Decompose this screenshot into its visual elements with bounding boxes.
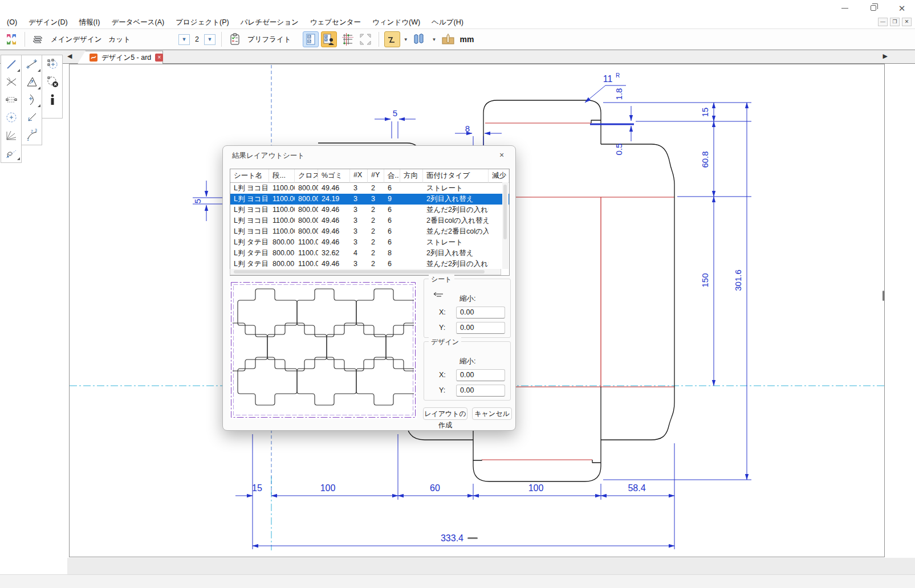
- table-cell[interactable]: 1100.00: [295, 237, 318, 248]
- table-header-cell[interactable]: 方向: [400, 169, 423, 183]
- table-cell[interactable]: 2: [368, 259, 384, 270]
- table-cell[interactable]: [400, 215, 423, 226]
- panels-dropdown-arrow[interactable]: ▼: [432, 37, 437, 42]
- table-cell[interactable]: 800.00: [295, 215, 318, 226]
- table-cell[interactable]: L判 タテ目: [230, 259, 269, 270]
- horizontal-scrollbar-thumb[interactable]: [467, 537, 478, 539]
- table-cell[interactable]: L判 ヨコ目: [230, 194, 269, 205]
- table-cell[interactable]: 49.46: [318, 183, 350, 194]
- table-header-cell[interactable]: 減少: [489, 169, 509, 183]
- table-cell[interactable]: 49.46: [318, 215, 350, 226]
- dialog-close-button[interactable]: ×: [496, 149, 507, 161]
- table-cell[interactable]: 1100.00: [269, 194, 295, 205]
- tool-arc-button[interactable]: [22, 91, 42, 108]
- scale-dropdown[interactable]: ▼: [204, 34, 215, 45]
- menu-item[interactable]: ウェブセンター: [304, 16, 367, 29]
- vertical-scrollbar-thumb[interactable]: [883, 291, 884, 301]
- tool-circle-construction-button[interactable]: [1, 108, 21, 126]
- table-cell[interactable]: 800.00: [269, 259, 295, 270]
- tab-scroll-right-icon[interactable]: ▶: [883, 52, 888, 60]
- line-type-button[interactable]: [384, 31, 400, 47]
- table-header-cell[interactable]: %ゴミ: [318, 169, 350, 183]
- table-cell[interactable]: 3: [350, 215, 368, 226]
- table-header-cell[interactable]: 合..: [384, 169, 400, 183]
- table-cell[interactable]: 6: [384, 259, 400, 270]
- tool-move-point-button[interactable]: [22, 108, 42, 126]
- preflight-clipboard-icon[interactable]: [227, 31, 243, 47]
- info-button[interactable]: [42, 91, 62, 108]
- table-cell[interactable]: 2: [368, 226, 384, 237]
- table-header-cell[interactable]: 面付けタイプ: [423, 169, 489, 183]
- table-cell[interactable]: L判 タテ目: [230, 237, 269, 248]
- units-ruler-button[interactable]: [440, 31, 456, 47]
- tool-rays-button[interactable]: [1, 126, 21, 144]
- table-cell[interactable]: 6: [384, 205, 400, 215]
- table-cell[interactable]: 並んだ2列目の入れ替え: [423, 205, 489, 215]
- tool-line-points-button[interactable]: [22, 55, 42, 73]
- table-cell[interactable]: 2: [368, 237, 384, 248]
- cut-label[interactable]: カット: [109, 35, 131, 44]
- tab-close-button[interactable]: ×: [155, 54, 163, 62]
- layout-grid-button[interactable]: [339, 31, 355, 47]
- table-cell[interactable]: 1100.00: [295, 248, 318, 259]
- checklist-user-button[interactable]: [321, 31, 337, 47]
- tab-scroll-left-icon[interactable]: ◀: [67, 52, 72, 60]
- window-close-button[interactable]: ✕: [894, 2, 909, 14]
- navigation-arrows-icon[interactable]: [3, 31, 19, 47]
- tool-curve-button[interactable]: [1, 144, 21, 161]
- sheet-y-field[interactable]: 0.00: [456, 322, 505, 334]
- table-cell[interactable]: [400, 259, 423, 270]
- menu-item[interactable]: デザイン(D): [23, 16, 74, 29]
- table-cell[interactable]: 32.62: [318, 248, 350, 259]
- window-restore-button[interactable]: [866, 2, 881, 14]
- layers-icon[interactable]: [30, 31, 46, 47]
- tool-angle-button[interactable]: [22, 73, 42, 91]
- table-cell[interactable]: 800.00: [295, 205, 318, 215]
- menu-item[interactable]: パレチゼーション: [235, 16, 304, 29]
- tool-delete-node-button[interactable]: [42, 73, 62, 91]
- tool-edit-nodes-button[interactable]: [42, 55, 62, 73]
- table-cell[interactable]: ストレート: [423, 183, 489, 194]
- table-cell[interactable]: 3: [350, 226, 368, 237]
- table-cell[interactable]: 1100.00: [269, 183, 295, 194]
- menu-item[interactable]: ウィンドウ(W): [367, 16, 426, 29]
- table-cell[interactable]: 49.46: [318, 226, 350, 237]
- table-cell[interactable]: 800.00: [269, 237, 295, 248]
- menu-item[interactable]: 情報(I): [74, 16, 106, 29]
- mdi-minimize-button[interactable]: —: [878, 18, 888, 26]
- mdi-restore-button[interactable]: ❐: [890, 18, 900, 26]
- table-cell[interactable]: 800.00: [295, 183, 318, 194]
- table-cell[interactable]: [400, 205, 423, 215]
- table-cell[interactable]: 3: [350, 183, 368, 194]
- menu-item[interactable]: (O): [1, 17, 23, 28]
- flip-arrow-icon[interactable]: [432, 289, 445, 300]
- table-cell[interactable]: [400, 183, 423, 194]
- table-header-cell[interactable]: #X: [350, 169, 368, 183]
- table-cell[interactable]: L判 ヨコ目: [230, 226, 269, 237]
- table-cell[interactable]: 2: [368, 215, 384, 226]
- table-cell[interactable]: 800.00: [295, 194, 318, 205]
- sheet-x-field[interactable]: 0.00: [456, 307, 505, 318]
- table-cell[interactable]: [400, 194, 423, 205]
- table-cell[interactable]: 6: [384, 237, 400, 248]
- design-x-field[interactable]: 0.00: [456, 369, 505, 381]
- table-cell[interactable]: L判 ヨコ目: [230, 215, 269, 226]
- preflight-label[interactable]: プリフライト: [247, 35, 291, 44]
- table-horizontal-scrollbar[interactable]: [230, 269, 501, 275]
- table-cell[interactable]: 2列目入れ替え: [423, 194, 489, 205]
- tool-grid-points-button[interactable]: [1, 91, 21, 108]
- table-cell[interactable]: 3: [350, 194, 368, 205]
- zoom-dropdown[interactable]: ▼: [178, 34, 190, 45]
- table-cell[interactable]: 2列目入れ替え: [423, 248, 489, 259]
- table-cell[interactable]: 49.46: [318, 237, 350, 248]
- table-cell[interactable]: 24.19: [318, 194, 350, 205]
- table-cell[interactable]: 6: [384, 226, 400, 237]
- table-cell[interactable]: 3: [350, 259, 368, 270]
- table-cell[interactable]: 2: [368, 205, 384, 215]
- table-cell[interactable]: 2: [368, 248, 384, 259]
- table-cell[interactable]: 800.00: [295, 226, 318, 237]
- table-cell[interactable]: 49.46: [318, 259, 350, 270]
- table-cell[interactable]: L判 ヨコ目: [230, 205, 269, 215]
- table-cell[interactable]: 1100.00: [269, 226, 295, 237]
- table-cell[interactable]: 並んだ2列目の入れ替え: [423, 259, 489, 270]
